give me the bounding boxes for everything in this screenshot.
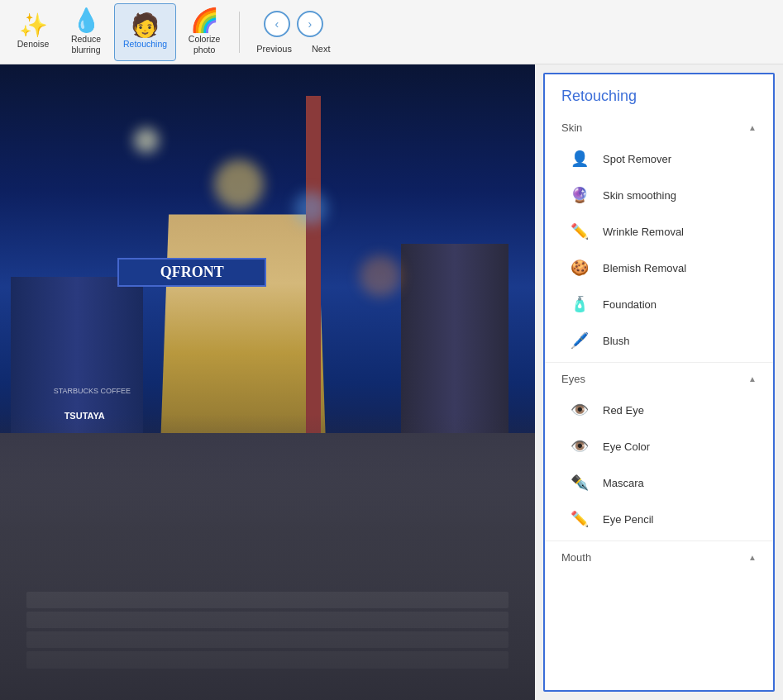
toolbar-nav: ‹ › Previous Next xyxy=(250,11,337,54)
blemish-removal-icon: 🍪 xyxy=(570,258,590,278)
skin-section-arrow: ▲ xyxy=(748,123,757,132)
denoise-label: Denoise xyxy=(17,39,50,50)
light-glow-3 xyxy=(134,128,159,153)
building-main xyxy=(160,214,326,445)
blemish-removal-item[interactable]: 🍪 Blemish Removal xyxy=(545,250,773,286)
eyes-section-arrow: ▲ xyxy=(748,374,757,383)
skin-section-header[interactable]: Skin ▲ xyxy=(545,115,773,140)
red-eye-label: Red Eye xyxy=(603,404,644,417)
mouth-section-header[interactable]: Mouth ▲ xyxy=(545,545,773,570)
nav-arrows: ‹ › xyxy=(264,11,323,37)
photo-placeholder: QFRONT STARBUCKS COFFEE TSUTAYA xyxy=(0,64,535,700)
skin-section-label: Skin xyxy=(561,121,582,134)
mouth-section-arrow: ▲ xyxy=(748,553,757,562)
blush-label: Blush xyxy=(603,335,630,347)
retouching-icon: 🧑 xyxy=(131,14,160,37)
section-divider-2 xyxy=(545,540,773,541)
eyes-section-header[interactable]: Eyes ▲ xyxy=(545,366,773,392)
skin-smoothing-item[interactable]: 🔮 Skin smoothing xyxy=(545,177,773,213)
reduce-blurring-icon: 💧 xyxy=(72,9,101,32)
crowd-overlay xyxy=(0,414,535,700)
toolbar: ✨ Denoise 💧 Reduce blurring 🧑 Retouching… xyxy=(0,0,783,64)
previous-arrow-button[interactable]: ‹ xyxy=(264,11,290,37)
toolbar-denoise[interactable]: ✨ Denoise xyxy=(8,3,58,61)
photo-area: QFRONT STARBUCKS COFFEE TSUTAYA xyxy=(0,64,535,700)
light-glow-4 xyxy=(360,255,401,297)
retouching-panel: Retouching Skin ▲ 👤 Spot Remover 🔮 Skin … xyxy=(543,73,775,692)
colorize-label: Colorize photo xyxy=(189,34,221,55)
mascara-icon: ✒️ xyxy=(570,473,590,493)
mascara-item[interactable]: ✒️ Mascara xyxy=(545,464,773,501)
next-label[interactable]: Next xyxy=(312,44,331,54)
toolbar-reduce-blurring[interactable]: 💧 Reduce blurring xyxy=(61,3,111,61)
toolbar-divider xyxy=(239,12,240,53)
denoise-icon: ✨ xyxy=(19,14,48,37)
blush-icon: 🖊️ xyxy=(570,331,590,350)
red-eye-icon: 👁️ xyxy=(570,400,590,420)
wrinkle-removal-item[interactable]: ✏️ Wrinkle Removal xyxy=(545,213,773,250)
red-eye-item[interactable]: 👁️ Red Eye xyxy=(545,392,773,428)
tsutaya-text: TSUTAYA xyxy=(64,411,105,421)
nav-labels: Previous Next xyxy=(256,44,330,54)
wrinkle-removal-label: Wrinkle Removal xyxy=(603,226,684,238)
mascara-label: Mascara xyxy=(603,477,644,489)
spot-remover-item[interactable]: 👤 Spot Remover xyxy=(545,140,773,177)
next-arrow-button[interactable]: › xyxy=(297,11,323,37)
panel-title: Retouching xyxy=(545,74,773,115)
blush-item[interactable]: 🖊️ Blush xyxy=(545,322,773,359)
reduce-blurring-label: Reduce blurring xyxy=(71,34,101,55)
spot-remover-label: Spot Remover xyxy=(603,153,671,165)
starbucks-text: STARBUCKS COFFEE xyxy=(54,387,131,395)
eye-color-item[interactable]: 👁️ Eye Color xyxy=(545,428,773,464)
building-sign: QFRONT xyxy=(117,258,266,287)
main-content: QFRONT STARBUCKS COFFEE TSUTAYA Retouchi… xyxy=(0,64,783,700)
foundation-label: Foundation xyxy=(603,298,656,311)
eye-color-label: Eye Color xyxy=(603,440,650,453)
retouching-label: Retouching xyxy=(123,39,167,50)
eye-color-icon: 👁️ xyxy=(570,436,590,456)
colorize-icon: 🌈 xyxy=(190,9,219,32)
light-glow-1 xyxy=(214,160,264,209)
mouth-section-label: Mouth xyxy=(561,551,591,564)
wrinkle-removal-icon: ✏️ xyxy=(570,221,590,241)
skin-smoothing-icon: 🔮 xyxy=(570,185,590,205)
spot-remover-icon: 👤 xyxy=(570,149,590,169)
eye-pencil-item[interactable]: ✏️ Eye Pencil xyxy=(545,501,773,537)
eye-pencil-label: Eye Pencil xyxy=(603,513,653,526)
foundation-icon: 🧴 xyxy=(570,294,590,314)
blemish-removal-label: Blemish Removal xyxy=(603,262,686,274)
eyes-section-label: Eyes xyxy=(561,373,585,385)
toolbar-retouching[interactable]: 🧑 Retouching xyxy=(114,3,176,61)
toolbar-colorize-photo[interactable]: 🌈 Colorize photo xyxy=(179,3,229,61)
light-glow-2 xyxy=(294,192,327,225)
previous-label[interactable]: Previous xyxy=(256,44,292,54)
section-divider-1 xyxy=(545,362,773,363)
foundation-item[interactable]: 🧴 Foundation xyxy=(545,286,773,322)
skin-smoothing-label: Skin smoothing xyxy=(603,189,676,202)
eye-pencil-icon: ✏️ xyxy=(570,509,590,529)
